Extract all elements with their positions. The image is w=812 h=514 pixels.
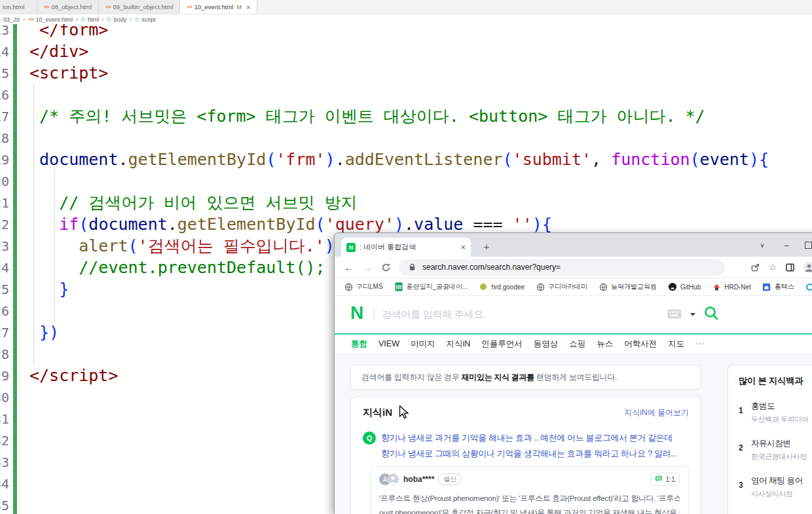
kin-section-title: 지식iN	[363, 407, 392, 419]
naver-tab-1[interactable]: VIEW	[378, 339, 399, 348]
minimize-button[interactable]: –	[777, 233, 796, 257]
line-number: 13	[0, 24, 9, 38]
refresh-icon	[380, 261, 392, 273]
bookmark-label: 홈택스	[775, 282, 794, 291]
question-title-link[interactable]: 향기나 냄새로 과거를 기억을 해내는 효과 .. 예전에 어느 블로그에서 본…	[381, 430, 677, 462]
more-tabs-dots-icon[interactable]: •••	[695, 340, 705, 347]
answer-header: A hoba**** 별신 1:1	[379, 473, 680, 486]
line-number: 35	[0, 498, 9, 513]
breadcrumb-script[interactable]: script	[141, 16, 156, 23]
url-text: search.naver.com/search.naver?query=	[422, 263, 561, 272]
popular-encyclopedia-card: 많이 본 지식백과 1홍범도두산백과 두피디아2자유시참변한국근현대사사전3영어…	[728, 365, 812, 514]
globe-favicon-icon	[599, 282, 608, 291]
bookmark-item[interactable]: 훈련일지_공공데이...	[394, 282, 468, 291]
random-result-notice: 검색어를 입력하지 않은 경우 재미있는 지식 결과를 랜덤하게 보여드립니다.	[350, 365, 701, 390]
naver-tab-8[interactable]: 어학사전	[624, 339, 657, 350]
breadcrumb-html[interactable]: html	[88, 16, 99, 23]
bookmark-star-icon[interactable]: ☆	[768, 262, 777, 272]
close-tab-icon[interactable]: ×	[460, 242, 466, 252]
browser-tab-naver[interactable]: N : 네이버 통합검색 ×	[341, 238, 471, 257]
editor-tab-10-event-active[interactable]: <> 10_event.html M ×	[180, 0, 257, 14]
keyboard-icon[interactable]	[667, 309, 682, 321]
browser-toolbar: ← → search.naver.com/search.naver?query=…	[335, 257, 812, 278]
naver-tab-3[interactable]: 지식iN	[446, 339, 470, 350]
search-separator: |	[373, 306, 376, 320]
line-number: 30	[0, 390, 9, 405]
naver-tab-9[interactable]: 지도	[668, 339, 684, 350]
line-number: 22	[0, 217, 9, 232]
code-text: })	[29, 321, 59, 343]
new-tab-button[interactable]: +	[480, 240, 493, 253]
naver-tab-6[interactable]: 쇼핑	[569, 339, 585, 350]
tab-label: 09_builtin_object.html	[113, 3, 173, 10]
editor-tab-08-object[interactable]: <> 08_object.html	[37, 0, 99, 14]
naver-nav-tabs: 통합VIEW이미지지식iN인플루언서동영상쇼핑뉴스어학사전지도•••	[335, 335, 812, 353]
naver-tab-5[interactable]: 동영상	[534, 339, 559, 350]
naver-tab-7[interactable]: 뉴스	[597, 339, 613, 350]
side-panel-icon[interactable]	[784, 261, 796, 273]
naver-tab-active-0[interactable]: 통합	[351, 339, 367, 350]
bookmark-item[interactable]: HRD-Net	[712, 282, 751, 291]
back-button[interactable]: ←	[341, 259, 357, 275]
bookmark-item[interactable]: 구디LMS	[344, 282, 383, 291]
breadcrumb-folder[interactable]: 03_JS	[3, 16, 20, 23]
code-line: 14</div>	[0, 41, 812, 62]
close-tab-icon[interactable]: ×	[246, 3, 250, 11]
code-line: 13 </form>	[0, 24, 812, 41]
lock-icon	[406, 261, 418, 273]
sidebar-item-title[interactable]: 자유시참변	[751, 438, 807, 449]
sidebar-ranked-item[interactable]: 2자유시참변한국근현대사사전	[739, 438, 812, 462]
line-number: 25	[0, 282, 9, 297]
sidebar-item-title[interactable]: 홍범도	[751, 401, 808, 412]
code-text: </div>	[29, 41, 88, 62]
answer-author[interactable]: hoba****	[403, 475, 434, 484]
search-button[interactable]	[703, 305, 719, 323]
kin-question-row[interactable]: Q 향기나 냄새로 과거를 기억을 해내는 효과 .. 예전에 어느 블로그에서…	[363, 430, 689, 462]
sidebar-ranked-item[interactable]: 1홍범도두산백과 두피디아	[739, 401, 812, 424]
sidebar-item-source: 두산백과 두피디아	[751, 414, 808, 424]
bookmark-item[interactable]: 구디아카데미	[536, 282, 587, 291]
breadcrumb-body[interactable]: body	[114, 16, 127, 23]
naver-logo[interactable]: N	[350, 303, 363, 323]
sidebar-item-text: 홍범도두산백과 두피디아	[751, 401, 808, 424]
naver-tab-2[interactable]: 이미지	[411, 339, 435, 350]
share-icon[interactable]	[749, 261, 761, 273]
maximize-button[interactable]	[798, 233, 812, 257]
hrdnet-favicon-icon	[712, 282, 721, 291]
bookmark-label: hrd.goodee	[491, 284, 525, 291]
bookmark-item[interactable]: 홈택스	[762, 282, 794, 291]
line-number: 15	[0, 65, 9, 81]
code-line: 15<script>	[0, 62, 812, 84]
search-options-caret-icon[interactable]	[690, 313, 695, 316]
code-line: 21 // 검색어가 비어 있으면 서브밋 방지	[0, 192, 812, 213]
mouse-cursor	[399, 405, 410, 422]
line-number: 20	[0, 174, 9, 189]
line-number: 19	[0, 152, 9, 168]
kin-header: 지식iN 지식iN에 물어보기	[363, 407, 689, 419]
profile-avatar[interactable]	[803, 261, 812, 273]
bookmark-item[interactable]: 능력개발교육원	[599, 282, 657, 291]
bookmark-label: 훈련일지_공공데이...	[407, 282, 468, 291]
code-text: </script>	[29, 365, 118, 386]
toolbar-right-icons: ☆	[749, 261, 812, 273]
bookmark-item[interactable]: 위택스	[805, 282, 812, 291]
breadcrumb-file[interactable]: 10_event.html	[36, 16, 73, 23]
editor-tab-ion-html[interactable]: ion.html	[0, 0, 37, 14]
one-to-one-chat-badge[interactable]: 1:1	[650, 473, 680, 486]
kin-ask-link[interactable]: 지식iN에 물어보기	[624, 407, 689, 418]
bookmark-item[interactable]: GitHub	[668, 282, 701, 291]
breadcrumb: 03_JS > <> 10_event.html > ◇ html > ◇ bo…	[0, 14, 812, 24]
editor-tab-09-builtin-object[interactable]: <> 09_builtin_object.html	[99, 0, 180, 14]
address-bar[interactable]: search.naver.com/search.naver?query=	[399, 259, 725, 276]
sidebar-item-title[interactable]: 영어 채팅 용어	[751, 475, 803, 486]
search-input[interactable]: 검색어를 입력해 주세요.	[382, 308, 486, 321]
forward-button[interactable]: →	[360, 259, 375, 275]
sheets-favicon-icon	[394, 282, 403, 291]
sidebar-ranked-item[interactable]: 3영어 채팅 용어시사상식사전	[739, 475, 812, 499]
refresh-button[interactable]	[378, 259, 394, 275]
tab-search-chevron-icon[interactable]: ∨	[752, 233, 772, 257]
naver-tab-4[interactable]: 인플루언서	[481, 339, 523, 350]
maximize-icon	[805, 242, 812, 249]
bookmark-item[interactable]: hrd.goodee	[479, 282, 525, 291]
line-number: 34	[0, 476, 9, 492]
